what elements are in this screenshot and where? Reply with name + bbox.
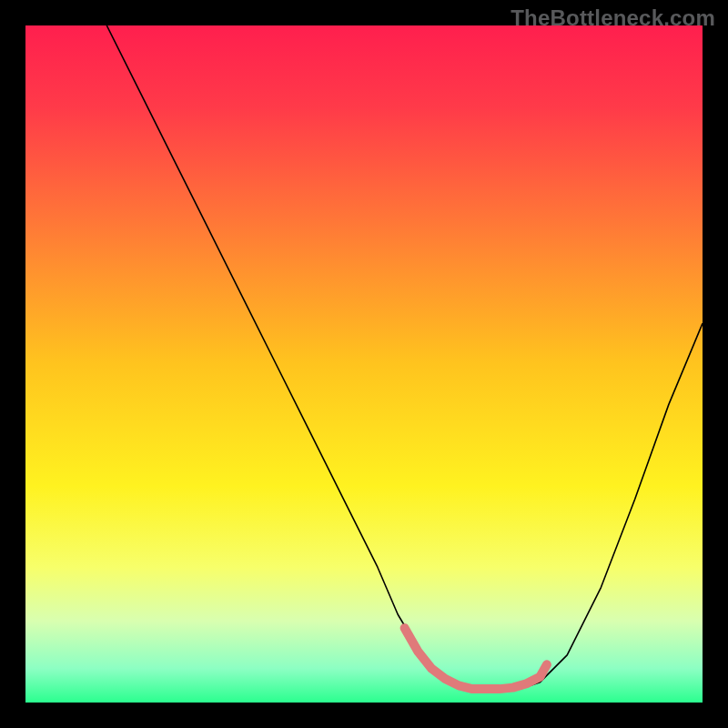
plot-area (25, 25, 703, 703)
chart-frame: TheBottleneck.com (0, 0, 728, 728)
chart-background (25, 25, 703, 703)
chart-svg (25, 25, 703, 703)
